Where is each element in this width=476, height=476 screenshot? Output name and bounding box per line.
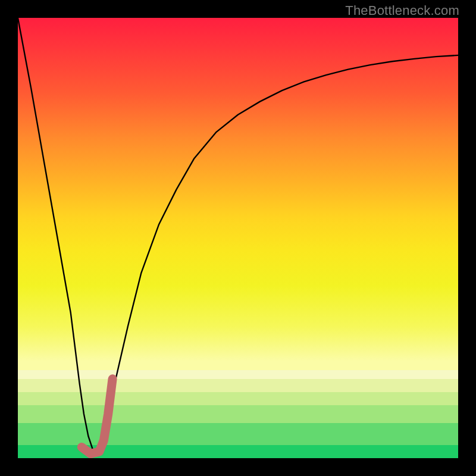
highlight-j: [82, 379, 112, 454]
watermark-text: TheBottleneck.com: [345, 3, 459, 18]
chart-frame: TheBottleneck.com: [0, 0, 476, 476]
bottleneck-curve: [18, 18, 458, 454]
plot-area: [18, 18, 458, 458]
curve-layer: [18, 18, 458, 458]
